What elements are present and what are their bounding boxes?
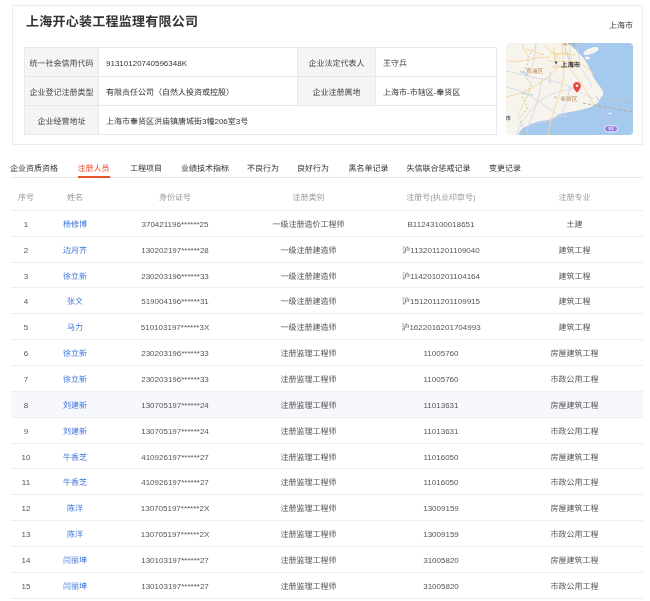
svg-text:上海市: 上海市 [561,60,581,69]
svg-text:S2: S2 [608,126,614,131]
svg-text:奉贤区: 奉贤区 [560,94,578,103]
svg-text:市: 市 [506,114,512,122]
svg-text:嘉定区: 嘉定区 [562,43,578,46]
svg-text:青浦区: 青浦区 [526,66,544,75]
